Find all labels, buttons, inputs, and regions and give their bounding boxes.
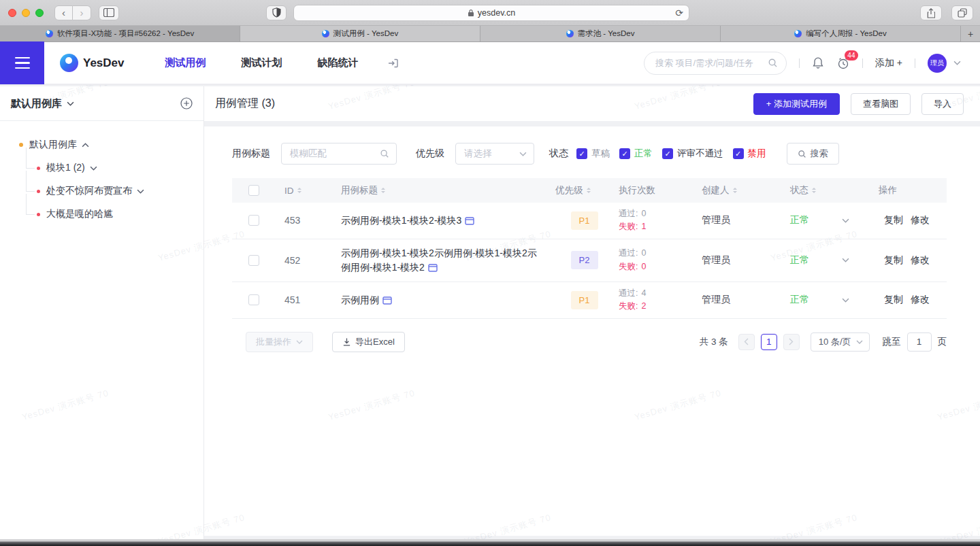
tree-chevron-icon[interactable] [82, 143, 89, 148]
add-test-case-button[interactable]: + 添加测试用例 [753, 93, 840, 115]
page-size-value: 10 条/页 [819, 336, 851, 348]
search-button-label: 搜索 [811, 148, 828, 160]
reminder-clock-button[interactable]: 44 [836, 56, 850, 70]
notification-count-badge: 44 [845, 50, 858, 61]
tree-chevron-icon[interactable] [137, 189, 144, 194]
status-filter-option[interactable]: ✓ 禁用 [733, 148, 766, 160]
minimize-window-button[interactable] [22, 9, 30, 17]
modify-action-link[interactable]: 修改 [911, 254, 930, 267]
traffic-lights [8, 9, 44, 17]
case-title-link[interactable]: 示例用例 [341, 294, 379, 305]
nav-item-default[interactable]: 缺陷统计 [318, 56, 359, 69]
status-filter-option[interactable]: ✓ 评审不通过 [662, 148, 723, 160]
batch-actions-button[interactable]: 批量操作 [246, 332, 313, 352]
tree-chevron-icon[interactable] [90, 166, 97, 171]
bullet-icon [19, 143, 23, 147]
column-header[interactable]: ID [273, 186, 331, 196]
add-library-button[interactable] [180, 97, 193, 109]
user-avatar[interactable]: 理员 [928, 54, 947, 73]
close-window-button[interactable] [8, 9, 16, 17]
open-window-icon[interactable] [428, 264, 438, 272]
chevron-left-icon [744, 338, 749, 345]
browser-tab[interactable]: 需求池 - YesDev [480, 26, 721, 41]
column-header[interactable]: 操作 [879, 184, 947, 197]
case-title-link[interactable]: 示例用例-模块1-模块2示例用例-模块1-模块2示例用例-模块1-模块2 [341, 248, 537, 273]
library-selector[interactable]: 默认用例库 [11, 97, 62, 110]
column-header[interactable]: 执行次数 [613, 184, 691, 197]
modify-action-link[interactable]: 修改 [911, 294, 930, 306]
open-window-icon[interactable] [465, 217, 474, 225]
page-size-select[interactable]: 10 条/页 [811, 332, 870, 352]
row-checkbox[interactable] [248, 255, 259, 266]
browser-forward-button[interactable]: › [73, 5, 91, 20]
status-filter-option[interactable]: ✓ 正常 [619, 148, 653, 160]
brand[interactable]: YesDev [60, 54, 125, 72]
tree-item[interactable]: 大概是嘎的哈尴 [0, 203, 203, 226]
sort-icon[interactable] [733, 188, 737, 193]
sort-icon[interactable] [381, 188, 385, 193]
page-number-button[interactable]: 1 [761, 334, 777, 350]
zoom-window-button[interactable] [35, 9, 44, 17]
privacy-report-button[interactable] [266, 5, 287, 20]
browser-tab[interactable]: 软件项目-X功能 - 项目#56262 - YesDev [0, 26, 240, 41]
row-checkbox[interactable] [248, 294, 259, 305]
nav-item-default[interactable]: 测试计划 [242, 56, 282, 69]
case-title-link[interactable]: 示例用例-模块1-模块2-模块3 [341, 215, 461, 226]
status-filter-option[interactable]: ✓ 草稿 [576, 148, 610, 160]
browser-tab[interactable]: 编写个人周报 - YesDev [721, 26, 961, 41]
case-id: 452 [273, 255, 331, 266]
add-menu-button[interactable]: 添加 + [875, 57, 902, 69]
copy-action-link[interactable]: 复制 [884, 254, 903, 267]
nav-item-active[interactable]: 测试用例 [165, 56, 206, 69]
status-chevron-icon[interactable] [842, 258, 849, 262]
search-button[interactable]: 搜索 [787, 143, 839, 165]
status-chevron-icon[interactable] [842, 298, 849, 303]
column-header[interactable]: 状态 [780, 184, 879, 197]
sort-icon[interactable] [297, 188, 301, 193]
column-header[interactable]: 优先级 [555, 184, 613, 197]
browser-back-button[interactable]: ‹ [54, 5, 73, 20]
divider [862, 58, 863, 68]
tab-overview-button[interactable] [951, 5, 973, 20]
open-window-icon[interactable] [382, 296, 392, 305]
browser-tab[interactable]: 测试用例 - YesDev [240, 26, 480, 41]
checkbox-checked-icon[interactable]: ✓ [619, 148, 630, 159]
hamburger-menu-button[interactable] [0, 41, 44, 84]
priority-filter-select[interactable]: 请选择 [455, 143, 534, 165]
copy-action-link[interactable]: 复制 [884, 294, 903, 306]
status-chevron-icon[interactable] [842, 218, 849, 223]
modify-action-link[interactable]: 修改 [911, 214, 930, 226]
reload-icon[interactable]: ⟳ [675, 7, 683, 18]
priority-badge: P2 [571, 251, 598, 269]
jump-to-page-input[interactable] [907, 332, 932, 352]
next-page-button[interactable] [783, 334, 800, 350]
column-header[interactable]: 用例标题 [331, 184, 555, 197]
sidebar-toggle-button[interactable] [99, 5, 119, 20]
checkbox-checked-icon[interactable]: ✓ [733, 148, 744, 159]
select-all-checkbox[interactable] [248, 185, 259, 196]
column-header-label: 优先级 [555, 184, 583, 197]
column-header[interactable]: 创建人 [691, 184, 780, 197]
row-checkbox[interactable] [248, 215, 259, 226]
export-excel-button[interactable]: 导出Excel [332, 332, 405, 352]
view-mindmap-button[interactable]: 查看脑图 [851, 93, 911, 115]
page-title: 用例管理 (3) [215, 97, 275, 111]
new-tab-button[interactable]: + [961, 26, 980, 41]
checkbox-checked-icon[interactable]: ✓ [662, 148, 673, 159]
share-button[interactable] [920, 5, 942, 20]
sort-icon[interactable] [812, 188, 816, 193]
title-filter-input[interactable]: 模糊匹配 [281, 143, 397, 165]
library-chevron-icon[interactable] [67, 101, 74, 106]
global-search-input[interactable]: 搜索 项目/需求/问题/任务 [644, 52, 787, 75]
sort-icon[interactable] [587, 188, 591, 193]
collapse-nav-button[interactable] [387, 58, 399, 69]
prev-page-button[interactable] [738, 334, 755, 350]
address-bar[interactable]: yesdev.cn ⟳ [293, 5, 689, 21]
status-filter-label: 状态 [549, 148, 568, 160]
import-button[interactable]: 导入 [921, 93, 964, 115]
user-menu-chevron[interactable] [953, 61, 961, 65]
divider [799, 58, 800, 68]
notification-bell-button[interactable] [812, 56, 824, 69]
checkbox-checked-icon[interactable]: ✓ [576, 148, 587, 159]
copy-action-link[interactable]: 复制 [884, 214, 903, 226]
